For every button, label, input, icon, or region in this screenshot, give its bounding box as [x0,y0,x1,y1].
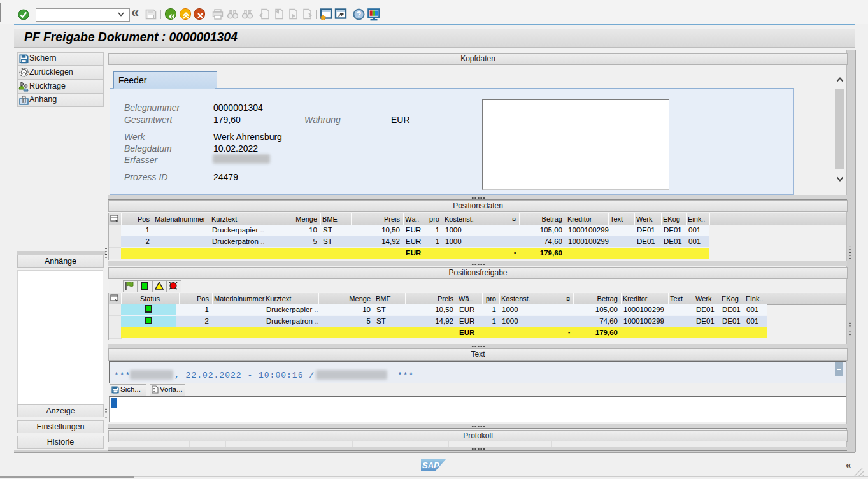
svg-text:?: ? [357,10,362,19]
svg-text:SAP: SAP [422,461,439,470]
